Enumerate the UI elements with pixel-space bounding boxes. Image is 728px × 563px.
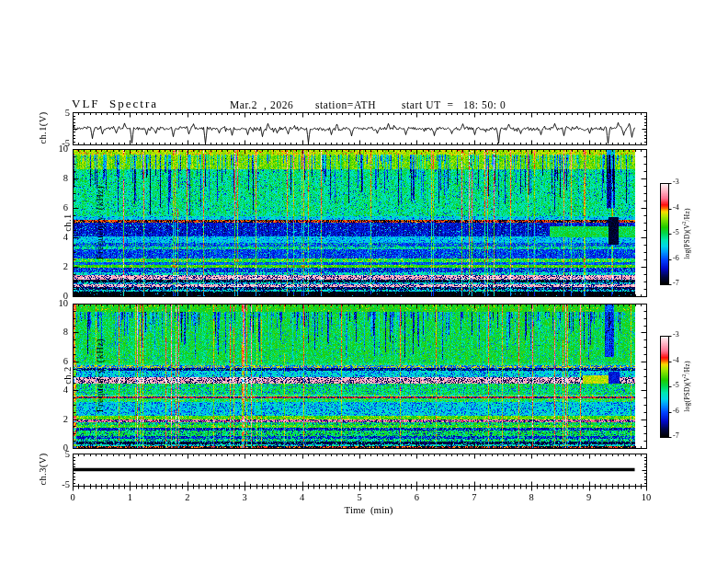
time-tick-label-0: 0 (59, 492, 86, 503)
ch3-voltage-axis-label: ch.3(V) (38, 443, 49, 495)
colorbar2-tick-label--4: -4 (673, 357, 689, 365)
spec2-ytick-label-6: 6 (50, 356, 68, 367)
spec2-ytick-label-4: 4 (50, 385, 68, 396)
spec1-ytick-label-10: 10 (50, 144, 68, 155)
time-tick-label-2: 2 (174, 492, 201, 503)
colorbar1-tick-label--5: -5 (673, 229, 689, 237)
colorbar2-unit-sup: 2 (681, 373, 687, 376)
ch3-ytick-neg5: -5 (51, 479, 70, 490)
ch2-frequency-label: Frequency (kHz) (95, 306, 106, 444)
time-tick-label-4: 4 (289, 492, 316, 503)
colorbar2-tick-label--7: -7 (673, 432, 689, 441)
colorbar2-tick-label--6: -6 (673, 408, 689, 416)
time-tick-label-7: 7 (461, 492, 488, 503)
station-label: station=ATH (315, 99, 376, 111)
spec2-ytick-label-8: 8 (50, 327, 68, 338)
ch1-voltage-axis-label: ch.1(V) (38, 102, 49, 154)
spec1-ytick-label-4: 4 (50, 232, 68, 243)
start-ut-label: start UT = 18: 50: 0 (402, 99, 506, 111)
colorbar1-tick-label--4: -4 (673, 204, 689, 213)
spec2-ytick-label-0: 0 (50, 442, 68, 454)
spec2-ytick-label-2: 2 (50, 414, 68, 425)
spec1-ytick-label-8: 8 (50, 173, 68, 184)
spec2-ytick-label-10: 10 (50, 298, 68, 309)
page-title: VLF Spectra (72, 98, 158, 110)
vlf-spectra-figure: VLF Spectra Mar.2 , 2026 station=ATH sta… (0, 0, 728, 563)
date-label: Mar.2 , 2026 (230, 99, 293, 111)
spec1-ytick-label-2: 2 (50, 261, 68, 272)
time-tick-label-5: 5 (346, 492, 373, 503)
time-tick-label-9: 9 (575, 492, 603, 503)
ch1-frequency-label: Frequency (kHz) (95, 154, 106, 292)
time-axis-label: Time (min) (332, 504, 405, 515)
spec1-ytick-label-6: 6 (50, 202, 68, 213)
colorbar2-tick-label--3: -3 (673, 331, 689, 339)
colorbar2-tick-label--5: -5 (673, 382, 689, 390)
colorbar1-tick-label--7: -7 (673, 280, 689, 288)
time-tick-label-8: 8 (518, 492, 545, 503)
colorbar1-tick-label--3: -3 (673, 178, 689, 187)
time-tick-label-10: 10 (632, 492, 660, 503)
time-tick-label-1: 1 (116, 492, 143, 503)
colorbar1-tick-label--6: -6 (673, 255, 689, 263)
ch1-ytick-5: 5 (51, 108, 70, 119)
time-tick-label-3: 3 (231, 492, 258, 503)
colorbar1-unit-sup: 2 (681, 221, 687, 224)
time-tick-label-6: 6 (403, 492, 430, 503)
